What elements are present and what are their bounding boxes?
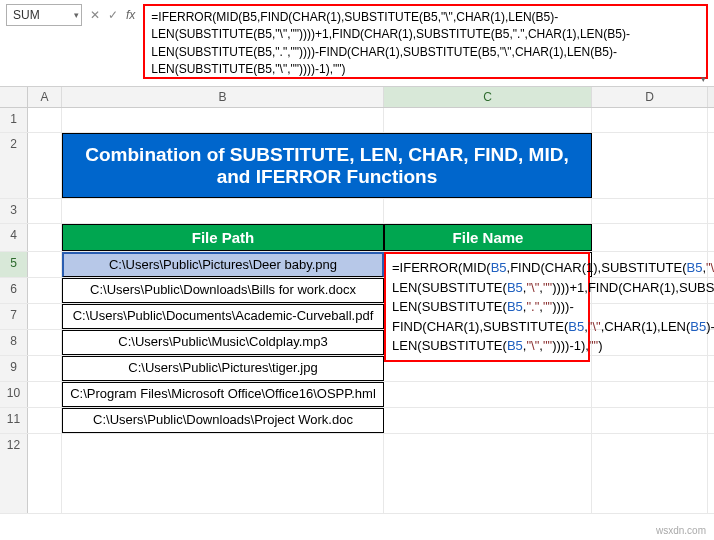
cell[interactable] xyxy=(592,356,708,381)
spreadsheet: A B C D 1 2 Combination of SUBSTITUTE, L… xyxy=(0,87,714,514)
grid: 1 2 Combination of SUBSTITUTE, LEN, CHAR… xyxy=(0,108,714,514)
cell[interactable] xyxy=(592,108,708,132)
cancel-button[interactable]: ✕ xyxy=(90,8,100,22)
select-all-corner[interactable] xyxy=(0,87,28,107)
col-header-a[interactable]: A xyxy=(28,87,62,107)
cell[interactable] xyxy=(28,434,62,513)
cell[interactable] xyxy=(592,133,708,198)
row-header[interactable]: 12 xyxy=(0,434,28,513)
col-header-b[interactable]: B xyxy=(62,87,384,107)
row-header[interactable]: 4 xyxy=(0,224,28,251)
title-cell[interactable]: Combination of SUBSTITUTE, LEN, CHAR, FI… xyxy=(62,133,592,198)
row-header[interactable]: 5 xyxy=(0,252,28,277)
cell-b9[interactable]: C:\Users\Public\Pictures\tiger.jpg xyxy=(62,356,384,381)
cell[interactable] xyxy=(28,252,62,277)
column-headers: A B C D xyxy=(0,87,714,108)
cell[interactable] xyxy=(384,199,592,223)
cell[interactable] xyxy=(28,133,62,198)
cell[interactable] xyxy=(384,434,592,513)
header-file-path[interactable]: File Path xyxy=(62,224,384,251)
cell[interactable] xyxy=(592,408,708,433)
header-file-name[interactable]: File Name xyxy=(384,224,592,251)
cell[interactable] xyxy=(62,434,384,513)
cell-b11[interactable]: C:\Users\Public\Downloads\Project Work.d… xyxy=(62,408,384,433)
cell[interactable] xyxy=(384,108,592,132)
cell[interactable] xyxy=(28,356,62,381)
confirm-button[interactable]: ✓ xyxy=(108,8,118,22)
row-header[interactable]: 10 xyxy=(0,382,28,407)
fx-icon[interactable]: fx xyxy=(126,8,135,22)
cell[interactable] xyxy=(384,408,592,433)
formula-bar-expand-icon[interactable]: ▾ xyxy=(701,74,706,84)
row-header[interactable]: 3 xyxy=(0,199,28,223)
row-header[interactable]: 7 xyxy=(0,304,28,329)
cell-b7[interactable]: C:\Users\Public\Documents\Academic-Curve… xyxy=(62,304,384,329)
row-header[interactable]: 8 xyxy=(0,330,28,355)
watermark: wsxdn.com xyxy=(656,525,706,536)
cell[interactable] xyxy=(62,199,384,223)
row-header[interactable]: 9 xyxy=(0,356,28,381)
cell-b10[interactable]: C:\Program Files\Microsoft Office\Office… xyxy=(62,382,384,407)
name-box-dropdown-icon[interactable]: ▾ xyxy=(74,10,79,20)
title-text: Combination of SUBSTITUTE, LEN, CHAR, FI… xyxy=(73,144,581,188)
row-header[interactable]: 11 xyxy=(0,408,28,433)
in-cell-formula-editor[interactable]: =IFERROR(MID(B5,FIND(CHAR(1),SUBSTITUTE(… xyxy=(384,252,590,362)
row-header[interactable]: 6 xyxy=(0,278,28,303)
cell[interactable] xyxy=(28,330,62,355)
cell[interactable] xyxy=(28,199,62,223)
cell[interactable] xyxy=(28,408,62,433)
row-header[interactable]: 1 xyxy=(0,108,28,132)
name-box[interactable]: SUM ▾ xyxy=(6,4,82,26)
row-header[interactable]: 2 xyxy=(0,133,28,198)
cell[interactable] xyxy=(592,434,708,513)
cell[interactable] xyxy=(28,224,62,251)
cell[interactable] xyxy=(28,108,62,132)
cell[interactable] xyxy=(28,304,62,329)
cell[interactable] xyxy=(62,108,384,132)
cell[interactable] xyxy=(592,382,708,407)
cell[interactable] xyxy=(384,382,592,407)
cell[interactable] xyxy=(28,278,62,303)
name-box-value: SUM xyxy=(13,8,40,22)
formula-bar-area: SUM ▾ ✕ ✓ fx ▾ xyxy=(0,0,714,87)
cell[interactable] xyxy=(592,224,708,251)
cell[interactable] xyxy=(28,382,62,407)
cell-b5[interactable]: C:\Users\Public\Pictures\Deer baby.png xyxy=(62,252,384,277)
formula-bar-input[interactable] xyxy=(143,4,708,79)
formula-bar-buttons: ✕ ✓ fx xyxy=(88,4,137,26)
col-header-d[interactable]: D xyxy=(592,87,708,107)
cell[interactable] xyxy=(592,199,708,223)
col-header-c[interactable]: C xyxy=(384,87,592,107)
cell-b8[interactable]: C:\Users\Public\Music\Coldplay.mp3 xyxy=(62,330,384,355)
cell-b6[interactable]: C:\Users\Public\Downloads\Bills for work… xyxy=(62,278,384,303)
